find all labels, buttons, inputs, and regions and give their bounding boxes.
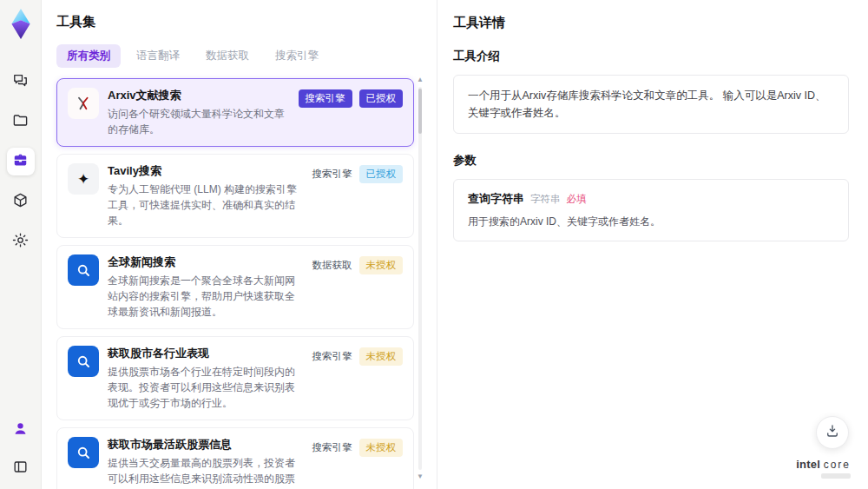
scrollbar-thumb[interactable] <box>418 89 422 134</box>
detail-title: 工具详情 <box>453 15 849 31</box>
tool-description: 专为人工智能代理 (LLM) 构建的搜索引擎工具，可快速提供实时、准确和真实的结… <box>108 182 304 228</box>
sidebar-item-panel-toggle[interactable] <box>7 454 35 482</box>
tool-card[interactable]: ✦ Tavily搜索 专为人工智能代理 (LLM) 构建的搜索引擎工具，可快速提… <box>56 154 414 238</box>
sidebar-nav <box>7 68 35 255</box>
brand-core: core <box>824 459 851 471</box>
app-window: 工具集 所有类别语言翻译数据获取搜索引擎 Arxiv文献搜索 访问各个研究领域大… <box>0 0 868 489</box>
sidebar-item-toolbox[interactable] <box>7 148 35 175</box>
param-header: 查询字符串 字符串 必填 <box>468 191 834 207</box>
tool-list: Arxiv文献搜索 访问各个研究领域大量科学论文和文章的存储库。 搜索引擎 已授… <box>56 78 414 489</box>
search-app-icon <box>68 346 99 377</box>
intro-heading: 工具介绍 <box>453 49 849 64</box>
tool-auth-badge: 未授权 <box>359 256 404 274</box>
tool-card[interactable]: 全球新闻搜索 全球新闻搜索是一个聚合全球各大新闻网站内容的搜索引擎，帮助用户快速… <box>56 245 414 329</box>
sidebar-item-cube[interactable] <box>7 188 35 215</box>
download-button[interactable] <box>816 416 849 449</box>
download-icon <box>825 423 840 442</box>
tool-card[interactable]: 获取市场最活跃股票信息 提供当天交易量最高的股票列表，投资者可以利用这些信息来识… <box>56 427 414 489</box>
scroll-down-icon[interactable]: ▼ <box>417 473 424 480</box>
intel-core-logo: intel core <box>796 458 851 479</box>
search-app-icon <box>68 437 99 468</box>
category-tab[interactable]: 语言翻译 <box>126 44 190 68</box>
cube-icon <box>12 192 29 212</box>
user-icon <box>12 420 29 440</box>
param-name: 查询字符串 <box>468 191 524 207</box>
page-title: 工具集 <box>56 14 437 30</box>
tool-name: Tavily搜索 <box>108 163 304 179</box>
tool-card[interactable]: 获取股市各行业表现 提供股票市场各个行业在特定时间段内的表现。投资者可以利用这些… <box>56 336 414 420</box>
tool-list-panel: 工具集 所有类别语言翻译数据获取搜索引擎 Arxiv文献搜索 访问各个研究领域大… <box>42 0 437 489</box>
sidebar-bottom <box>7 416 35 482</box>
toolbox-icon <box>12 152 29 172</box>
brand-intel: intel <box>796 458 820 471</box>
gear-icon <box>12 232 29 252</box>
intro-box: 一个用于从Arxiv存储库搜索科学论文和文章的工具。 输入可以是Arxiv ID… <box>453 75 849 134</box>
tool-name: 获取股市各行业表现 <box>108 346 304 361</box>
param-box: 查询字符串 字符串 必填 用于搜索的Arxiv ID、关键字或作者姓名。 <box>453 179 849 241</box>
tavily-icon: ✦ <box>68 163 99 195</box>
tool-category-badge: 数据获取 <box>312 256 352 274</box>
tool-card[interactable]: Arxiv文献搜索 访问各个研究领域大量科学论文和文章的存储库。 搜索引擎 已授… <box>56 78 414 147</box>
panel-toggle-icon <box>12 459 29 479</box>
list-scrollbar[interactable]: ▲ ▼ <box>416 76 424 480</box>
category-tab[interactable]: 所有类别 <box>56 44 121 68</box>
four-point-star-icon: ✦ <box>77 172 89 187</box>
tool-description: 访问各个研究领域大量科学论文和文章的存储库。 <box>108 106 290 137</box>
sidebar-item-folder[interactable] <box>7 108 35 135</box>
tool-description: 全球新闻搜索是一个聚合全球各大新闻网站内容的搜索引擎，帮助用户快速获取全球最新资… <box>108 273 304 320</box>
brand-subtext <box>821 473 851 479</box>
tool-auth-badge: 已授权 <box>359 165 404 183</box>
sidebar-item-gear[interactable] <box>7 228 35 255</box>
tool-category-badge: 搜索引擎 <box>312 347 352 366</box>
sidebar <box>0 0 42 489</box>
search-app-icon <box>68 254 99 286</box>
tool-detail-panel: 工具详情 工具介绍 一个用于从Arxiv存储库搜索科学论文和文章的工具。 输入可… <box>437 0 868 489</box>
param-required-badge: 必填 <box>567 193 587 206</box>
category-tabs: 所有类别语言翻译数据获取搜索引擎 <box>56 44 437 68</box>
param-type: 字符串 <box>530 193 561 206</box>
arxiv-icon <box>68 88 99 119</box>
tool-auth-badge: 未授权 <box>359 347 404 366</box>
param-description: 用于搜索的Arxiv ID、关键字或作者姓名。 <box>468 215 834 229</box>
app-logo-icon <box>8 9 34 38</box>
params-heading: 参数 <box>453 153 849 169</box>
tool-category-badge: 搜索引擎 <box>312 165 352 183</box>
category-tab[interactable]: 数据获取 <box>195 44 260 68</box>
tool-auth-badge: 未授权 <box>359 439 404 457</box>
tool-category-badge: 搜索引擎 <box>312 439 352 457</box>
scrollbar-track[interactable] <box>418 87 422 470</box>
tool-auth-badge: 已授权 <box>359 89 404 108</box>
tool-name: 全球新闻搜索 <box>108 254 304 270</box>
tool-name: Arxiv文献搜索 <box>108 88 290 103</box>
scroll-up-icon[interactable]: ▲ <box>417 76 424 83</box>
tool-description: 提供股票市场各个行业在特定时间段内的表现。投资者可以利用这些信息来识别表现优于或… <box>108 364 304 411</box>
tool-description: 提供当天交易量最高的股票列表，投资者可以利用这些信息来识别流动性强的股票和潜在的… <box>108 455 304 489</box>
sidebar-item-user[interactable] <box>7 416 35 444</box>
tool-name: 获取市场最活跃股票信息 <box>108 437 304 453</box>
folder-icon <box>12 112 29 132</box>
sidebar-item-chat[interactable] <box>7 68 35 96</box>
intro-text: 一个用于从Arxiv存储库搜索科学论文和文章的工具。 输入可以是Arxiv ID… <box>468 87 834 122</box>
category-tab[interactable]: 搜索引擎 <box>265 44 329 68</box>
tool-category-badge: 搜索引擎 <box>299 89 352 108</box>
chat-icon <box>12 72 29 92</box>
